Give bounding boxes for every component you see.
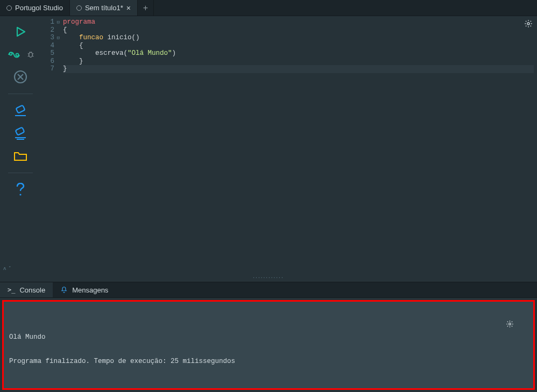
- svg-point-0: [9, 53, 12, 55]
- brace: }: [79, 58, 83, 65]
- gear-icon: [506, 320, 514, 328]
- main-area: 1⊟ 2 3⊟ 4 5 6 7 programa { funcao inicio…: [0, 16, 537, 266]
- bug-button[interactable]: [25, 45, 36, 63]
- code-editor[interactable]: 1⊟ 2 3⊟ 4 5 6 7 programa { funcao inicio…: [40, 16, 537, 73]
- divider: [8, 94, 33, 94]
- debug-button[interactable]: [5, 45, 23, 63]
- line-number: 2: [50, 26, 54, 34]
- clear-button[interactable]: [11, 102, 30, 120]
- brace: {: [79, 42, 83, 49]
- line-number: 7: [50, 65, 54, 73]
- bulb-icon: [6, 5, 12, 11]
- tab-messages-label: Mensagens: [72, 286, 108, 294]
- help-button[interactable]: [11, 181, 30, 199]
- brace: {: [63, 26, 67, 34]
- tab-home[interactable]: Portugol Studio: [0, 0, 70, 16]
- new-tab-button[interactable]: +: [138, 0, 154, 16]
- svg-point-7: [527, 23, 529, 25]
- svg-rect-5: [15, 127, 24, 136]
- bulb-icon: [76, 5, 82, 11]
- sidebar: [0, 16, 40, 266]
- eraser2-icon: [13, 127, 27, 140]
- editor-settings-button[interactable]: [524, 19, 533, 28]
- bottom-tab-bar: >_ Console Mensagens: [0, 282, 537, 298]
- bell-icon: [60, 286, 68, 294]
- debug-icon: [7, 48, 21, 60]
- line-number: 6: [50, 58, 54, 65]
- identifier: inicio: [103, 34, 132, 41]
- tab-console[interactable]: >_ Console: [0, 282, 53, 297]
- paren: ): [172, 49, 176, 57]
- svg-point-6: [19, 194, 21, 195]
- folder-icon: [13, 150, 27, 162]
- brace: }: [63, 65, 67, 73]
- divider: [8, 173, 33, 173]
- plus-icon: +: [143, 3, 148, 13]
- tab-home-label: Portugol Studio: [15, 4, 63, 12]
- svg-rect-4: [16, 105, 25, 113]
- tab-bar: Portugol Studio Sem título1* × +: [0, 0, 537, 16]
- stop-icon: [13, 70, 27, 84]
- fold-icon[interactable]: ⊟: [57, 19, 60, 27]
- close-icon[interactable]: ×: [126, 4, 131, 12]
- help-icon: [16, 183, 25, 197]
- paren: (: [124, 49, 128, 57]
- tab-messages[interactable]: Mensagens: [53, 282, 116, 297]
- eraser-icon: [13, 104, 27, 117]
- panel-collapse-toggle[interactable]: ʌ ˅: [0, 266, 537, 273]
- prompt-icon: >_: [8, 286, 15, 294]
- console-output[interactable]: Olá Mundo Programa finalizado. Tempo de …: [2, 300, 535, 390]
- gutter: 1⊟ 2 3⊟ 4 5 6 7: [40, 16, 56, 73]
- fold-icon[interactable]: ⊟: [57, 34, 60, 42]
- gear-icon: [524, 19, 533, 28]
- run-button[interactable]: [11, 23, 30, 41]
- stop-button[interactable]: [11, 68, 30, 86]
- keyword: programa: [63, 18, 95, 26]
- bug-icon: [26, 50, 35, 59]
- line-number: 4: [50, 42, 54, 49]
- code-content[interactable]: programa { funcao inicio() { escreva("Ol…: [56, 16, 537, 73]
- line-number: 3: [50, 34, 54, 41]
- open-folder-button[interactable]: [11, 147, 30, 165]
- svg-point-2: [29, 52, 32, 57]
- paren: (): [132, 34, 140, 41]
- splitter[interactable]: ............: [0, 273, 537, 282]
- run-icon: [14, 25, 27, 38]
- console-line: Olá Mundo: [9, 333, 528, 341]
- svg-point-8: [509, 323, 511, 325]
- string: "Olá Mundo": [128, 49, 172, 57]
- svg-point-1: [16, 54, 18, 56]
- tab-file[interactable]: Sem título1* ×: [70, 0, 138, 16]
- clear-all-button[interactable]: [11, 124, 30, 142]
- console-line: Programa finalizado. Tempo de execução: …: [9, 358, 528, 366]
- tab-file-label: Sem título1*: [85, 4, 123, 12]
- line-number: 5: [50, 49, 54, 57]
- console-settings-button[interactable]: [506, 304, 530, 344]
- console-panel: Olá Mundo Programa finalizado. Tempo de …: [0, 298, 537, 392]
- line-number: 1: [50, 18, 54, 26]
- identifier: escreva: [95, 49, 124, 57]
- editor-area: 1⊟ 2 3⊟ 4 5 6 7 programa { funcao inicio…: [40, 16, 537, 266]
- tab-console-label: Console: [19, 286, 45, 294]
- keyword: funcao: [79, 34, 103, 41]
- editor-empty-space[interactable]: [40, 73, 537, 266]
